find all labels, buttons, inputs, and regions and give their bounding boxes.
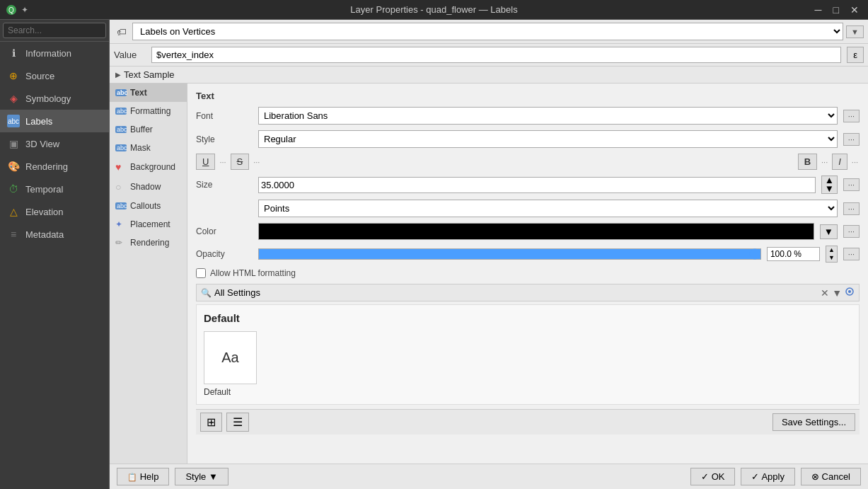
style-more-btn[interactable]: ···: [843, 133, 860, 146]
sidebar-label-symbology: Symbology: [25, 93, 71, 104]
sidebar-item-information[interactable]: ℹ Information: [0, 42, 109, 64]
size-unit-dropdown[interactable]: Points Pixels Map Units: [258, 200, 838, 217]
sub-nav-item-formatting[interactable]: abc Formatting: [110, 102, 187, 120]
style-label: Style: [196, 134, 253, 144]
size-input[interactable]: [258, 177, 816, 193]
window-title: Layer Properties - quad_flower — Labels: [350, 4, 517, 15]
help-button[interactable]: 📋 Help: [117, 468, 169, 485]
strikethrough-button[interactable]: S: [231, 154, 250, 170]
filter-dropdown-btn[interactable]: ▼: [832, 287, 842, 299]
opacity-increment-btn[interactable]: ▲: [826, 246, 837, 254]
sidebar-label-3d-view: 3D View: [25, 139, 59, 149]
italic-more-dots: ···: [850, 158, 860, 166]
ok-button[interactable]: ✓ OK: [690, 468, 735, 485]
sidebar-search-input[interactable]: [3, 23, 106, 38]
sidebar-label-labels: Labels: [25, 116, 52, 127]
close-button[interactable]: ✕: [847, 3, 862, 17]
apply-button[interactable]: ✓ Apply: [741, 468, 794, 485]
labels-mode-more-btn[interactable]: ▼: [846, 25, 864, 38]
bold-button[interactable]: B: [798, 154, 817, 170]
color-swatch[interactable]: [258, 223, 814, 240]
sidebar-item-3d-view[interactable]: ▣ 3D View: [0, 132, 109, 155]
value-label: Value: [114, 50, 146, 60]
value-input[interactable]: [151, 47, 841, 63]
italic-button[interactable]: I: [832, 154, 847, 170]
sub-nav-item-mask[interactable]: abc Mask: [110, 139, 187, 157]
size-unit-more-btn[interactable]: ···: [843, 202, 860, 215]
content-area: 🏷 Labels on Vertices ▼ Value ε ▶ Text Sa…: [110, 20, 868, 489]
sub-nav-item-text[interactable]: abc Text: [110, 84, 187, 102]
grid-view-btn[interactable]: ⊞: [200, 413, 222, 432]
labels-mode-dropdown[interactable]: Labels on Vertices: [132, 23, 843, 40]
color-more-btn[interactable]: ···: [843, 225, 860, 238]
sub-nav-item-callouts[interactable]: abc Callouts: [110, 197, 187, 215]
sub-nav-label-formatting: Formatting: [130, 106, 170, 116]
size-row: Size ▲ ▼ ···: [196, 176, 860, 194]
sub-nav-label-placement: Placement: [130, 219, 170, 229]
opacity-decrement-btn[interactable]: ▼: [826, 254, 837, 262]
sub-nav-label-rendering-sub: Rendering: [130, 238, 169, 248]
color-row: Color ▼ ···: [196, 223, 860, 240]
font-dropdown[interactable]: Liberation Sans: [258, 107, 838, 125]
sub-nav-item-buffer[interactable]: abc Buffer: [110, 120, 187, 139]
sidebar-item-temporal[interactable]: ⏱ Temporal: [0, 178, 109, 200]
underline-button[interactable]: U: [196, 154, 215, 170]
sidebar-item-labels[interactable]: abc Labels: [0, 110, 109, 132]
help-icon: 📋: [127, 473, 137, 481]
sidebar-item-symbology[interactable]: ◈ Symbology: [0, 87, 109, 110]
allow-html-checkbox[interactable]: [196, 268, 206, 278]
sub-nav-item-background[interactable]: ♥ Background: [110, 157, 187, 177]
sidebar-item-metadata[interactable]: ≡ Metadata: [0, 223, 109, 246]
sub-nav-item-rendering-sub[interactable]: ✏ Rendering: [110, 234, 187, 252]
size-more-btn[interactable]: ···: [843, 178, 860, 191]
background-nav-icon: ♥: [115, 161, 127, 173]
size-unit-control: Points Pixels Map Units: [258, 200, 838, 217]
filter-clear-btn[interactable]: ✕: [821, 287, 829, 299]
filter-settings-btn[interactable]: [845, 287, 855, 299]
sidebar-item-rendering[interactable]: 🎨 Rendering: [0, 155, 109, 178]
list-view-btn[interactable]: ☰: [226, 413, 249, 432]
opacity-more-btn[interactable]: ···: [843, 248, 860, 260]
text-sample-bar[interactable]: ▶ Text Sample: [110, 67, 868, 84]
font-more-btn[interactable]: ···: [843, 110, 860, 122]
filter-input[interactable]: [214, 287, 818, 298]
placement-nav-icon: ✦: [115, 219, 127, 229]
opacity-value-input[interactable]: [767, 247, 820, 261]
style-button[interactable]: Style ▼: [175, 468, 228, 485]
ok-icon: ✓: [701, 471, 709, 482]
bottom-icon-bar: ⊞ ☰ Save Settings...: [196, 409, 860, 435]
default-card[interactable]: Aa: [204, 331, 257, 384]
sidebar-item-source[interactable]: ⊕ Source: [0, 64, 109, 87]
sidebar-label-temporal: Temporal: [25, 184, 63, 195]
svg-point-3: [848, 290, 851, 293]
save-settings-button[interactable]: Save Settings...: [772, 413, 855, 431]
style-row: Style Regular Bold Italic Bold Italic ··…: [196, 130, 860, 148]
maximize-button[interactable]: □: [830, 3, 843, 17]
sub-nav-item-shadow[interactable]: ○ Shadow: [110, 177, 187, 197]
filter-bar: 🔍 ✕ ▼: [196, 284, 860, 301]
cancel-icon: ⊗: [811, 471, 819, 482]
allow-html-label: Allow HTML formatting: [210, 268, 296, 278]
style-dropdown[interactable]: Regular Bold Italic Bold Italic: [258, 130, 838, 148]
source-icon: ⊕: [7, 69, 20, 82]
default-section: Default Aa Default: [196, 304, 860, 405]
formatting-nav-icon: abc: [115, 108, 127, 115]
size-decrement-btn[interactable]: ▼: [822, 185, 837, 193]
value-row: Value ε: [110, 44, 868, 67]
labels-dropdown-icon: 🏷: [114, 25, 129, 39]
title-bar: Q ✦ Layer Properties - quad_flower — Lab…: [0, 0, 868, 20]
epsilon-button[interactable]: ε: [847, 47, 864, 63]
color-dropdown-btn[interactable]: ▼: [820, 224, 838, 239]
size-control: [258, 177, 816, 193]
bold-more-dots: ···: [820, 158, 829, 166]
strikethrough-more-dots: ···: [252, 158, 261, 166]
sidebar-item-elevation[interactable]: △ Elevation: [0, 200, 109, 223]
minimize-button[interactable]: ─: [811, 3, 826, 17]
footer-left: 📋 Help Style ▼: [117, 468, 228, 485]
3d-view-icon: ▣: [7, 137, 20, 150]
cancel-button[interactable]: ⊗ Cancel: [801, 468, 861, 485]
sub-nav-label-mask: Mask: [130, 143, 151, 153]
sub-nav-item-placement[interactable]: ✦ Placement: [110, 215, 187, 234]
sidebar-search-container: [0, 20, 109, 42]
opacity-slider[interactable]: [258, 248, 761, 260]
